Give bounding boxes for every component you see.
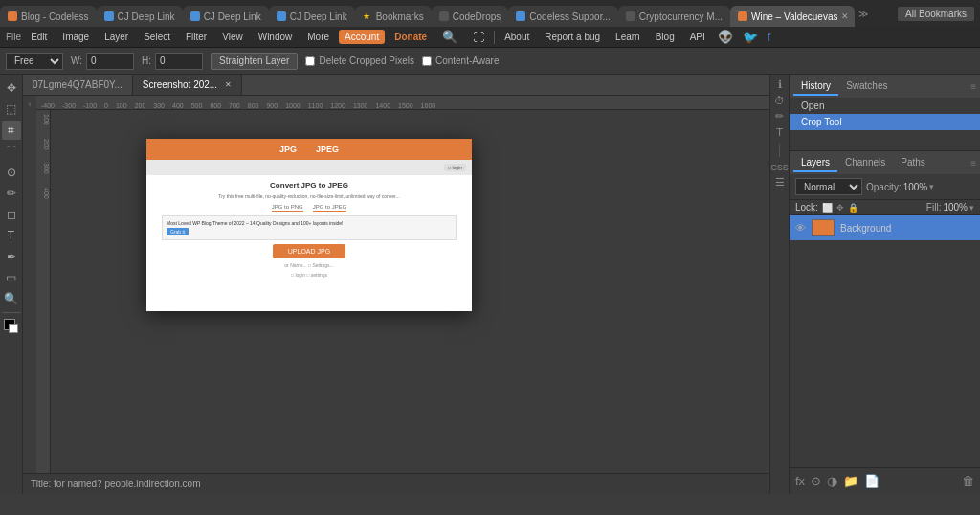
foreground-color[interactable] [2,317,21,336]
about-link[interactable]: About [499,30,535,44]
brush-tool[interactable]: ✏ [2,184,21,203]
preview-ad-cta-button[interactable]: Grab it [167,228,189,235]
text-panel-icon[interactable]: T [776,126,783,138]
tab-blog-codeless[interactable]: Blog - Codeless [0,6,97,27]
fill-group: Fill: 100% ▾ [926,202,974,213]
lock-position-icon[interactable]: ✥ [836,203,844,213]
zoom-tool[interactable]: 🔍 [2,289,21,308]
blog-link[interactable]: Blog [650,30,680,44]
tab-swatches[interactable]: Swatches [838,78,895,96]
lock-all-icon[interactable]: 🔒 [848,203,858,213]
crop-tool[interactable]: ⌗ [2,121,21,140]
new-layer-icon[interactable]: 📄 [864,474,880,488]
delete-layer-icon[interactable]: 🗑 [962,474,974,488]
delete-cropped-checkbox[interactable] [305,56,315,66]
twitter-icon[interactable]: 🐦 [743,30,758,44]
select-menu-item[interactable]: Select [138,30,176,44]
blend-mode-select[interactable]: Normal [795,178,862,195]
brush-panel-icon[interactable]: ✏ [775,110,784,123]
tab-wine[interactable]: Wine – Valdecuevas ✕ [730,6,855,27]
tab-close-icon[interactable]: ✕ [841,11,849,21]
doc-tab-2[interactable]: Screenshot 202... ✕ [133,75,242,95]
preview-tabs: JPG to PNG JPG to JPEG [152,204,466,212]
tab-cj-1[interactable]: CJ Deep Link [97,6,183,27]
window-menu-item[interactable]: Window [253,30,299,44]
doc-tab-1[interactable]: 07Lgme4Q7ABF0Y... [23,75,133,95]
all-bookmarks-button[interactable]: All Bookmarks [898,7,974,21]
tab-codeless-support[interactable]: Codeless Suppor... [508,6,618,27]
more-menu-item[interactable]: More [301,30,335,44]
report-bug-link[interactable]: Report a bug [539,30,606,44]
view-menu-item[interactable]: View [216,30,249,44]
tab-paths[interactable]: Paths [893,154,933,172]
tab-bookmarks[interactable]: ★ Bookmarks [355,6,432,27]
move-tool[interactable]: ✥ [2,78,21,98]
layer-visibility-icon[interactable]: 👁 [795,222,806,234]
preview-login-btn[interactable]: □ login [444,164,466,171]
info-icon[interactable]: ℹ [778,78,782,91]
opacity-triangle-icon[interactable]: ▾ [929,182,934,191]
layers-panel-icon[interactable]: ☰ [775,176,785,189]
add-mask-icon[interactable]: ⊙ [811,474,821,488]
quick-select-tool[interactable]: ⊙ [2,163,21,182]
tab-codedrops[interactable]: CodeDrops [432,6,509,27]
fullscreen-icon[interactable]: ⛶ [467,29,490,46]
straighten-layer-button[interactable]: Straighten Layer [211,53,298,70]
tab-crypto[interactable]: Cryptocurrency M... [618,6,730,27]
collapse-left-icon[interactable]: ‹ [29,100,32,109]
donate-menu-item[interactable]: Donate [389,30,433,44]
width-group: W: [71,53,134,70]
history-item-open[interactable]: Open [790,98,980,114]
edit-menu-item[interactable]: Edit [25,30,53,44]
css-label[interactable]: CSS [770,163,789,172]
lasso-tool[interactable]: ⌒ [2,142,21,161]
api-link[interactable]: API [684,30,711,44]
tab-layers[interactable]: Layers [793,154,837,172]
add-style-icon[interactable]: fx [795,474,805,488]
search-icon[interactable]: 🔍 [436,28,463,46]
ruler-mark: 200 [135,102,146,109]
image-menu-item[interactable]: Image [56,30,95,44]
transform-mode-select[interactable]: Free [6,53,63,70]
new-adjustment-icon[interactable]: ◑ [827,474,837,488]
tab-cj-2[interactable]: CJ Deep Link [183,6,269,27]
eraser-tool[interactable]: ◻ [2,205,21,224]
layer-item-background[interactable]: 👁 Background [790,215,980,240]
learn-link[interactable]: Learn [610,30,646,44]
select-tool[interactable]: ⬚ [2,100,21,119]
history-panel-menu-icon[interactable]: ≡ [970,81,976,92]
ps-main-layout: ✥ ⬚ ⌗ ⌒ ⊙ ✏ ◻ T ✒ ▭ 🔍 07Lgme4Q7ABF0Y... … [0,75,980,494]
width-input[interactable] [86,53,134,70]
preview-tab-jpg-jpeg[interactable]: JPG to JPEG [313,204,347,212]
tab-cj-3[interactable]: CJ Deep Link [269,6,355,27]
file-menu-item[interactable]: File [6,32,21,42]
new-group-icon[interactable]: 📁 [843,474,858,488]
layers-panel-menu-icon[interactable]: ≡ [970,158,976,168]
account-menu-item[interactable]: Account [339,30,385,44]
more-tabs-icon[interactable]: ≫ [858,9,868,19]
ruler-mark: 400 [172,102,184,109]
content-aware-checkbox[interactable] [422,56,432,66]
text-tool[interactable]: T [2,226,21,245]
preview-tab-jpg-png[interactable]: JPG to PNG [272,204,303,212]
ruler-mark: 900 [266,102,278,109]
pen-tool[interactable]: ✒ [2,247,21,266]
canvas-content[interactable]: JPG JPEG □ login Convert JPG to JPEG Try… [51,110,769,473]
tab-label: Bookmarks [376,11,424,22]
preview-upload-button[interactable]: UPLOAD JPG [273,244,345,258]
layer-menu-item[interactable]: Layer [99,30,134,44]
shape-tool[interactable]: ▭ [2,268,21,287]
fill-triangle-icon[interactable]: ▾ [969,203,974,213]
tab-history[interactable]: History [793,78,838,96]
reddit-icon[interactable]: 👽 [718,30,733,44]
history-icon[interactable]: ⏱ [774,95,785,106]
lock-pixels-icon[interactable]: ⬜ [822,203,833,213]
history-item-crop[interactable]: Crop Tool [790,114,980,130]
history-panel-tabs: History Swatches ≡ [790,75,980,98]
tab-channels[interactable]: Channels [837,154,893,172]
height-input[interactable] [155,53,203,70]
canvas-document: JPG JPEG □ login Convert JPG to JPEG Try… [146,139,472,311]
doc-tab-close-icon[interactable]: ✕ [225,80,232,89]
facebook-icon[interactable]: f [768,30,771,44]
filter-menu-item[interactable]: Filter [180,30,212,44]
